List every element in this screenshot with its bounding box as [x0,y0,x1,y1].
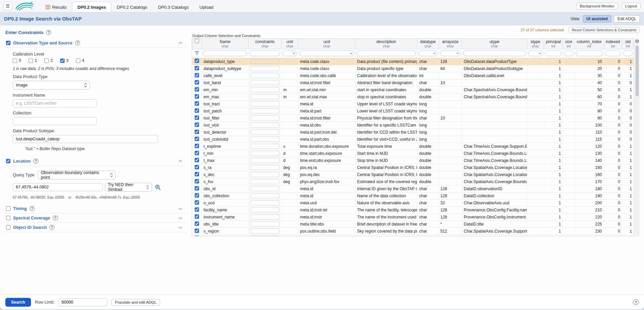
constraint-input[interactable] [250,158,279,163]
filter-select-xtype[interactable] [528,50,543,56]
row-checkbox[interactable] [195,59,199,63]
filter-select-datatype[interactable] [418,50,437,56]
calibration-option-0[interactable]: 0 [13,58,21,63]
calibration-option-2[interactable]: 2 [44,58,53,63]
filter-input-principal[interactable] [545,50,562,56]
calibration-checkbox-3[interactable] [60,59,65,63]
constraint-input[interactable] [250,236,279,236]
section-spectral-coverage-header[interactable]: Spectral Coverage [5,213,187,223]
help-icon[interactable] [49,225,54,230]
populate-adql-button[interactable]: Populate and edit ADQL [111,299,160,306]
timing-section-checkbox[interactable] [6,206,10,211]
filter-input-size[interactable] [564,50,573,56]
background-monitor-button[interactable]: Background Monitor [576,3,618,9]
calibration-checkbox-2[interactable] [44,59,49,63]
tab-dp0-3-catalogs[interactable]: DP0.3 Catalogs [153,2,194,12]
column-header-datatype[interactable]: datatypechar [417,39,439,49]
constraint-input[interactable] [250,214,279,219]
constraint-input[interactable] [250,144,279,149]
select-all-checkbox[interactable] [195,39,199,43]
scrollbar-thumb[interactable] [636,46,639,96]
constraint-input[interactable] [250,137,279,142]
row-checkbox[interactable] [195,207,199,212]
constraint-input[interactable] [250,179,279,184]
table-scrollbar[interactable] [635,45,639,236]
column-header-principal[interactable]: principalint [544,39,563,49]
constraint-input[interactable] [250,221,279,227]
column-header-ucd[interactable]: ucdchar [298,39,355,49]
constraint-input[interactable] [250,123,279,128]
filter-select-arraysize[interactable] [440,50,461,56]
row-checkbox[interactable] [195,236,199,237]
column-header-arraysize[interactable]: arraysizechar [439,39,462,49]
row-checkbox[interactable] [195,179,199,183]
row-checkbox[interactable] [195,214,199,219]
resolver-select[interactable]: Try NED then Simbad [105,183,152,192]
constraint-input[interactable] [250,172,279,177]
location-section-checkbox[interactable] [6,159,10,163]
column-header-description[interactable]: descriptionchar [355,39,417,49]
filter-input-utype[interactable] [463,50,526,56]
row-checkbox[interactable] [195,108,199,113]
collection-input[interactable] [13,117,97,125]
filter-input-column-index[interactable] [576,50,603,56]
reset-columns-button[interactable]: Reset Column Selections & Constraints [568,27,640,33]
constraint-input[interactable] [250,59,279,64]
row-checkbox[interactable] [195,115,199,120]
table-options-gear-icon[interactable] [635,39,639,44]
column-header-column-index[interactable]: column_indexint [574,39,604,49]
column-header-constraints[interactable]: constraintschar [249,39,281,49]
row-checkbox[interactable] [195,87,199,92]
row-limit-input[interactable] [59,298,107,306]
query-type-select[interactable]: Observation boundary contains point [38,171,116,179]
tab-results[interactable]: Results [40,2,72,12]
row-checkbox[interactable] [195,66,199,70]
observation-section-checkbox[interactable] [6,41,10,45]
column-header-unit[interactable]: unitchar [281,39,298,49]
filter-select-unit[interactable] [282,50,297,56]
spectral-coverage-section-checkbox[interactable] [6,216,10,220]
section-timing-header[interactable]: Timing [5,204,187,213]
row-checkbox[interactable] [195,80,199,84]
help-icon[interactable] [633,299,639,305]
row-checkbox[interactable] [195,144,199,148]
column-header-name[interactable]: Namechar [202,39,249,49]
calibration-option-3[interactable]: 3 [60,58,69,63]
row-checkbox[interactable] [195,221,199,226]
instrument-name-input[interactable] [13,99,97,107]
row-checkbox[interactable] [195,73,199,77]
row-checkbox[interactable] [195,172,199,176]
constraint-input[interactable] [250,193,279,198]
calibration-checkbox-4[interactable] [76,59,80,63]
row-checkbox[interactable] [195,94,199,99]
constraint-input[interactable] [250,94,279,99]
constraint-input[interactable] [250,130,279,135]
filter-input-std[interactable] [623,50,633,56]
column-header-xtype[interactable]: xtypechar [527,39,544,49]
location-section-header[interactable]: Location [5,157,187,166]
row-checkbox[interactable] [195,130,199,134]
data-product-type-select[interactable]: Image [13,81,90,90]
column-header-std[interactable]: stdint [622,39,634,49]
hamburger-menu-button[interactable] [3,2,12,10]
filter-input-name[interactable] [203,50,248,56]
column-header-size[interactable]: sizeint [563,39,575,49]
constraint-input[interactable] [250,186,279,191]
filter-input-constraints[interactable] [250,50,280,56]
row-checkbox[interactable] [195,151,199,155]
filter-select-ucd[interactable] [299,50,354,56]
constraint-input[interactable] [250,80,279,85]
search-button[interactable]: Search [5,298,31,307]
row-checkbox[interactable] [195,186,199,191]
tab-dp0-2-images[interactable]: DP0.2 Images [72,2,111,12]
calibration-checkbox-0[interactable] [13,59,17,63]
constraint-input[interactable] [250,207,279,212]
column-header-utype[interactable]: utypechar [462,39,527,49]
calibration-checkbox-1[interactable] [29,59,33,63]
row-checkbox[interactable] [195,165,199,169]
constraint-input[interactable] [250,101,279,106]
observation-type-section-header[interactable]: Observation Type and Source [5,38,187,48]
column-header-indexed[interactable]: indexedint [604,39,622,49]
row-checkbox[interactable] [195,200,199,205]
help-icon[interactable] [30,206,35,211]
